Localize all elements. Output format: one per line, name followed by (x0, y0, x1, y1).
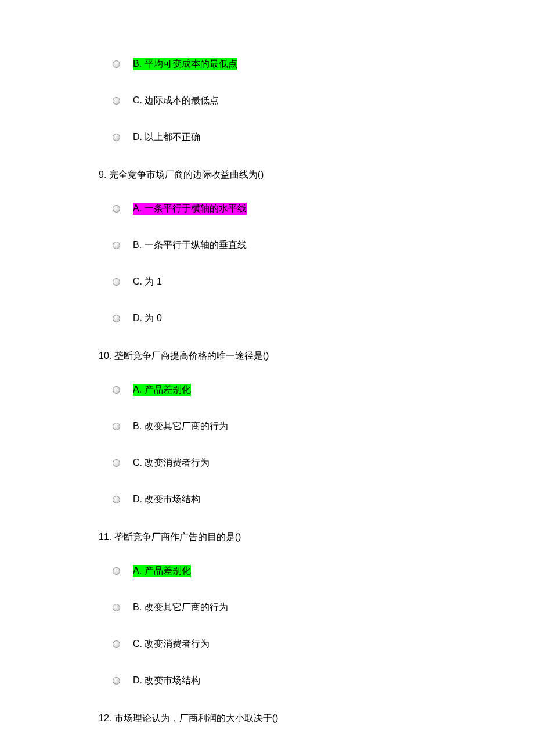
question: 11. 垄断竞争厂商作广告的目的是()A. 产品差别化B. 改变其它厂商的行为C… (99, 530, 534, 687)
radio-icon[interactable] (113, 315, 120, 322)
option-text: C. 改变消费者行为 (133, 457, 210, 469)
radio-icon[interactable] (113, 677, 120, 685)
radio-icon[interactable] (113, 423, 120, 430)
radio-icon[interactable] (113, 496, 120, 503)
option-row: D. 改变市场结构 (113, 675, 534, 687)
option-text: D. 改变市场结构 (133, 675, 200, 687)
radio-icon[interactable] (113, 567, 120, 575)
option-row: D. 以上都不正确 (113, 131, 534, 143)
option-row: B. 改变其它厂商的行为 (113, 420, 534, 433)
option-text: D. 以上都不正确 (133, 131, 200, 143)
option-text: A. 一条平行于横轴的水平线 (133, 203, 247, 215)
question: 12. 市场理论认为，厂商利润的大小取决于() (99, 711, 534, 725)
option-row: C. 为 1 (113, 276, 534, 288)
radio-icon[interactable] (113, 386, 120, 394)
option-text: A. 产品差别化 (133, 384, 191, 396)
partial-question: B. 平均可变成本的最低点C. 边际成本的最低点D. 以上都不正确 (99, 58, 534, 143)
option-row: A. 产品差别化 (113, 565, 534, 577)
option-text: D. 为 0 (133, 312, 162, 325)
option-text: B. 平均可变成本的最低点 (133, 58, 237, 70)
option-text: B. 改变其它厂商的行为 (133, 420, 228, 433)
radio-icon[interactable] (113, 97, 120, 105)
question: 10. 垄断竞争厂商提高价格的唯一途径是()A. 产品差别化B. 改变其它厂商的… (99, 349, 534, 506)
option-text: A. 产品差别化 (133, 565, 191, 577)
radio-icon[interactable] (113, 60, 120, 68)
radio-icon[interactable] (113, 242, 120, 249)
option-text: D. 改变市场结构 (133, 494, 200, 506)
question-text: 11. 垄断竞争厂商作广告的目的是() (99, 530, 534, 544)
option-text: B. 改变其它厂商的行为 (133, 602, 228, 614)
option-row: D. 为 0 (113, 312, 534, 325)
radio-icon[interactable] (113, 459, 120, 467)
radio-icon[interactable] (113, 205, 120, 213)
option-text: B. 一条平行于纵轴的垂直线 (133, 239, 247, 251)
radio-icon[interactable] (113, 604, 120, 611)
option-row: A. 产品差别化 (113, 384, 534, 396)
question-text: 9. 完全竞争市场厂商的边际收益曲线为() (99, 168, 534, 182)
option-text: C. 边际成本的最低点 (133, 95, 219, 107)
option-text: C. 改变消费者行为 (133, 638, 210, 650)
option-row: D. 改变市场结构 (113, 494, 534, 506)
question: 9. 完全竞争市场厂商的边际收益曲线为()A. 一条平行于横轴的水平线B. 一条… (99, 168, 534, 325)
radio-icon[interactable] (113, 278, 120, 286)
option-row: C. 边际成本的最低点 (113, 95, 534, 107)
option-row: B. 一条平行于纵轴的垂直线 (113, 239, 534, 251)
question-text: 12. 市场理论认为，厂商利润的大小取决于() (99, 711, 534, 725)
option-row: B. 平均可变成本的最低点 (113, 58, 534, 70)
radio-icon[interactable] (113, 640, 120, 648)
option-row: C. 改变消费者行为 (113, 457, 534, 469)
option-row: A. 一条平行于横轴的水平线 (113, 203, 534, 215)
radio-icon[interactable] (113, 134, 120, 141)
option-row: C. 改变消费者行为 (113, 638, 534, 650)
question-text: 10. 垄断竞争厂商提高价格的唯一途径是() (99, 349, 534, 363)
option-row: B. 改变其它厂商的行为 (113, 602, 534, 614)
option-text: C. 为 1 (133, 276, 162, 288)
